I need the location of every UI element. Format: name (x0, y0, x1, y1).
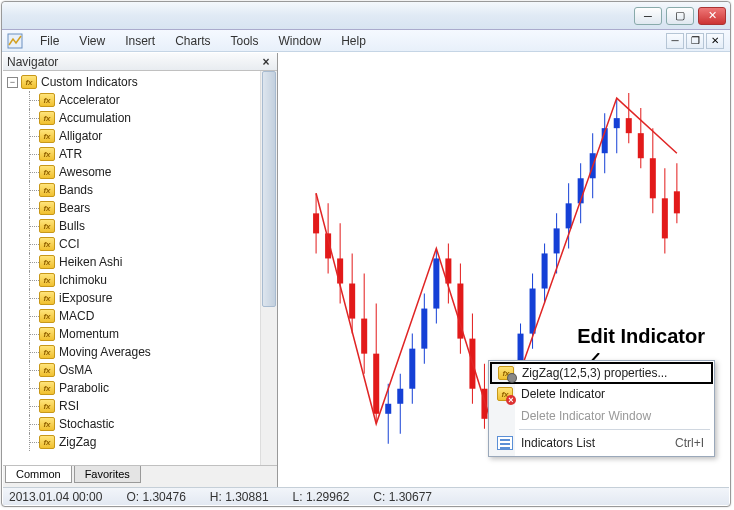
tree-item[interactable]: fxATR (23, 145, 277, 163)
tree-item[interactable]: fxBulls (23, 217, 277, 235)
navigator-close-button[interactable]: × (259, 55, 273, 69)
menubar: File View Insert Charts Tools Window Hel… (2, 30, 730, 52)
tree-item-label: Alligator (59, 129, 102, 143)
menu-tools[interactable]: Tools (221, 31, 269, 51)
status-date: 2013.01.04 00:00 (9, 490, 102, 504)
svg-rect-2 (313, 213, 319, 233)
tree-item[interactable]: fxMoving Averages (23, 343, 277, 361)
scrollbar-thumb[interactable] (262, 71, 276, 307)
collapse-icon[interactable]: − (7, 77, 18, 88)
tree-item[interactable]: fxIchimoku (23, 271, 277, 289)
titlebar: ─ ▢ ✕ (2, 2, 730, 30)
annotation-edit-indicator: Edit Indicator (577, 325, 705, 348)
tree-item[interactable]: fxBands (23, 181, 277, 199)
fx-icon: fx (39, 345, 55, 359)
status-close: C: 1.30677 (373, 490, 432, 504)
window-minimize-button[interactable]: ─ (634, 7, 662, 25)
tree-item-label: Bands (59, 183, 93, 197)
svg-rect-62 (674, 191, 680, 213)
svg-rect-22 (433, 258, 439, 308)
tab-common[interactable]: Common (5, 466, 72, 483)
svg-rect-8 (349, 284, 355, 319)
fx-icon: fx (39, 309, 55, 323)
tree-item[interactable]: fxiExposure (23, 289, 277, 307)
doc-close-button[interactable]: ✕ (706, 33, 724, 49)
fx-icon: fx (39, 435, 55, 449)
tree-item[interactable]: fxAwesome (23, 163, 277, 181)
tree-item[interactable]: fxParabolic (23, 379, 277, 397)
tree-item[interactable]: fxMACD (23, 307, 277, 325)
tree-item-label: Momentum (59, 327, 119, 341)
tree-item-label: Parabolic (59, 381, 109, 395)
tree-item-label: Awesome (59, 165, 111, 179)
tree-item-label: RSI (59, 399, 79, 413)
svg-rect-38 (530, 289, 536, 334)
status-open: O: 1.30476 (126, 490, 185, 504)
fx-icon: fx (39, 255, 55, 269)
tree-item-label: iExposure (59, 291, 112, 305)
status-low: L: 1.29962 (293, 490, 350, 504)
tree-item[interactable]: fxMomentum (23, 325, 277, 343)
svg-rect-20 (421, 309, 427, 349)
fx-icon: fx (39, 327, 55, 341)
tab-favorites[interactable]: Favorites (74, 466, 141, 483)
navigator-panel: Navigator × − fx Custom Indicators fxAcc… (3, 53, 278, 487)
tree-item[interactable]: fxHeiken Ashi (23, 253, 277, 271)
fx-icon: fx (39, 147, 55, 161)
tree-item-label: Heiken Ashi (59, 255, 122, 269)
ctx-list-label: Indicators List (515, 436, 675, 450)
tree-item[interactable]: fxCCI (23, 235, 277, 253)
menu-view[interactable]: View (69, 31, 115, 51)
ctx-delete-indicator[interactable]: fx Delete Indicator (491, 383, 712, 405)
tree-item[interactable]: fxAlligator (23, 127, 277, 145)
fx-icon: fx (39, 201, 55, 215)
doc-minimize-button[interactable]: ─ (666, 33, 684, 49)
svg-rect-14 (385, 404, 391, 414)
window-maximize-button[interactable]: ▢ (666, 7, 694, 25)
context-menu: fx ZigZag(12,5,3) properties... fx Delet… (488, 360, 715, 457)
tree-item[interactable]: fxStochastic (23, 415, 277, 433)
ctx-delete-label: Delete Indicator (515, 387, 708, 401)
fx-icon: fx (39, 363, 55, 377)
menu-help[interactable]: Help (331, 31, 376, 51)
navigator-header: Navigator × (3, 53, 277, 71)
chart-area[interactable]: Edit Indicator fx ZigZag(12,5,3) propert… (278, 53, 729, 487)
navigator-tree[interactable]: − fx Custom Indicators fxAcceleratorfxAc… (3, 71, 277, 465)
app-window: ─ ▢ ✕ File View Insert Charts Tools Wind… (1, 1, 731, 507)
tree-item[interactable]: fxAccumulation (23, 109, 277, 127)
properties-icon: fx (498, 366, 514, 380)
ctx-separator (519, 429, 710, 430)
tree-item[interactable]: fxAccelerator (23, 91, 277, 109)
app-icon (6, 32, 24, 50)
tree-item-label: Ichimoku (59, 273, 107, 287)
tree-item-label: MACD (59, 309, 94, 323)
tree-item-label: Stochastic (59, 417, 114, 431)
fx-icon: fx (39, 129, 55, 143)
fx-icon: fx (39, 237, 55, 251)
menu-charts[interactable]: Charts (165, 31, 220, 51)
ctx-delete-window-label: Delete Indicator Window (515, 409, 708, 423)
tree-item-label: Bulls (59, 219, 85, 233)
svg-rect-58 (650, 158, 656, 198)
svg-rect-18 (409, 349, 415, 389)
window-close-button[interactable]: ✕ (698, 7, 726, 25)
ctx-indicators-list[interactable]: Indicators List Ctrl+I (491, 432, 712, 454)
tree-item[interactable]: fxBears (23, 199, 277, 217)
menu-window[interactable]: Window (269, 31, 332, 51)
menu-file[interactable]: File (30, 31, 69, 51)
ctx-properties[interactable]: fx ZigZag(12,5,3) properties... (490, 362, 713, 384)
tree-item-label: Accumulation (59, 111, 131, 125)
tree-item-label: ZigZag (59, 435, 96, 449)
tree-item[interactable]: fxOsMA (23, 361, 277, 379)
svg-rect-12 (373, 354, 379, 414)
menu-insert[interactable]: Insert (115, 31, 165, 51)
svg-rect-42 (554, 228, 560, 253)
tree-item[interactable]: fxZigZag (23, 433, 277, 451)
doc-restore-button[interactable]: ❐ (686, 33, 704, 49)
svg-rect-16 (397, 389, 403, 404)
ctx-properties-label: ZigZag(12,5,3) properties... (516, 366, 707, 380)
tree-item[interactable]: fxRSI (23, 397, 277, 415)
navigator-scrollbar[interactable] (260, 71, 277, 465)
tree-item-label: Moving Averages (59, 345, 151, 359)
tree-root-custom-indicators[interactable]: − fx Custom Indicators (7, 73, 277, 91)
